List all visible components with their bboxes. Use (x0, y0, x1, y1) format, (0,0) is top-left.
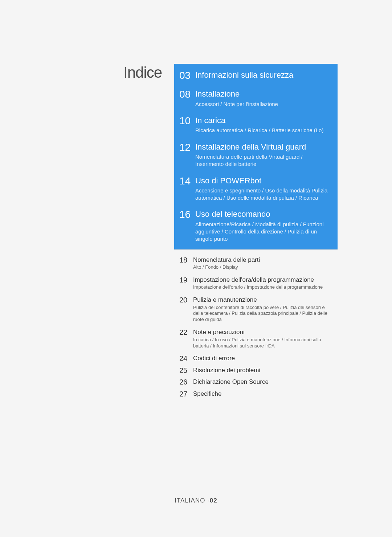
toc-secondary-section: 18 Nomenclatura delle parti Alto / Fondo… (174, 249, 338, 408)
toc-entry-subtitle: Nomenclatura delle parti della Virtual g… (195, 153, 330, 168)
toc-entry-title: Uso di POWERbot (195, 176, 330, 186)
toc-entry: 10 In carica Ricarica automatica / Ricar… (179, 116, 330, 134)
toc-entry-subtitle: Accensione e spegnimento / Uso della mod… (195, 187, 330, 202)
toc-entry-title: Specifiche (193, 390, 330, 398)
toc-entry-title: Informazioni sulla sicurezza (195, 70, 330, 80)
toc-page-number: 27 (179, 390, 193, 398)
toc-entry-title: Codici di errore (193, 355, 330, 362)
toc-entry-title: Nomenclatura delle parti (193, 256, 330, 264)
toc-entry-title: In carica (195, 116, 330, 125)
toc-entry-title: Pulizia e manutenzione (193, 296, 330, 304)
toc-page-number: 24 (179, 355, 193, 363)
toc-page-number: 25 (179, 367, 193, 375)
toc-entry: 22 Note e precauzioni In carica / In uso… (179, 329, 330, 349)
page-footer: ITALIANO -02 (0, 497, 392, 537)
toc-entry-subtitle: Alimentazione/Ricarica / Modalità di pul… (195, 221, 330, 243)
toc-page-number: 19 (179, 276, 193, 290)
toc-page-number: 10 (179, 116, 195, 134)
toc-entry: 26 Dichiarazione Open Source (179, 378, 330, 386)
toc-entry: 18 Nomenclatura delle parti Alto / Fondo… (179, 256, 330, 270)
toc-page-number: 03 (179, 70, 195, 81)
toc-entry-title: Risoluzione dei problemi (193, 367, 330, 374)
toc-entry-title: Impostazione dell'ora/della programmazio… (193, 276, 330, 284)
toc-entry-title: Dichiarazione Open Source (193, 378, 330, 386)
toc-entry-title: Installazione della Virtual guard (195, 142, 330, 152)
toc-page-number: 12 (179, 142, 195, 168)
toc-entry: 08 Installazione Accessori / Note per l'… (179, 89, 330, 108)
toc-entry: 19 Impostazione dell'ora/della programma… (179, 276, 330, 290)
toc-entry: 27 Specifiche (179, 390, 330, 398)
toc-page-number: 22 (179, 329, 193, 349)
table-of-contents: 03 Informazioni sulla sicurezza 08 Insta… (174, 64, 392, 497)
toc-entry-subtitle: Ricarica automatica / Ricarica / Batteri… (195, 127, 330, 134)
toc-page-number: 20 (179, 296, 193, 323)
toc-page-number: 16 (179, 209, 195, 243)
toc-entry-subtitle: In carica / In uso / Pulizia e manutenzi… (193, 337, 330, 349)
toc-entry-title: Uso del telecomando (195, 209, 330, 219)
toc-page-number: 26 (179, 378, 193, 386)
toc-entry-title: Note e precauzioni (193, 329, 330, 336)
toc-entry-subtitle: Impostazione dell'orario / Impostazione … (193, 284, 330, 290)
toc-entry: 16 Uso del telecomando Alimentazione/Ric… (179, 209, 330, 243)
toc-page-number: 18 (179, 256, 193, 270)
toc-entry: 24 Codici di errore (179, 355, 330, 363)
toc-page-number: 14 (179, 176, 195, 202)
footer-page-number: 02 (210, 497, 217, 504)
toc-primary-section: 03 Informazioni sulla sicurezza 08 Insta… (174, 64, 338, 249)
toc-entry: 25 Risoluzione dei problemi (179, 367, 330, 375)
toc-entry: 20 Pulizia e manutenzione Pulizia del co… (179, 296, 330, 323)
page-title: Indice (123, 64, 174, 81)
toc-entry: 14 Uso di POWERbot Accensione e spegnime… (179, 176, 330, 202)
toc-entry-title: Installazione (195, 89, 330, 99)
footer-language: ITALIANO - (175, 497, 210, 504)
toc-entry: 03 Informazioni sulla sicurezza (179, 70, 330, 81)
toc-entry-subtitle: Pulizia del contenitore di raccolta polv… (193, 305, 330, 323)
toc-entry-subtitle: Alto / Fondo / Display (193, 264, 330, 270)
toc-page-number: 08 (179, 89, 195, 108)
toc-entry: 12 Installazione della Virtual guard Nom… (179, 142, 330, 168)
toc-entry-subtitle: Accessori / Note per l'installazione (195, 101, 330, 108)
